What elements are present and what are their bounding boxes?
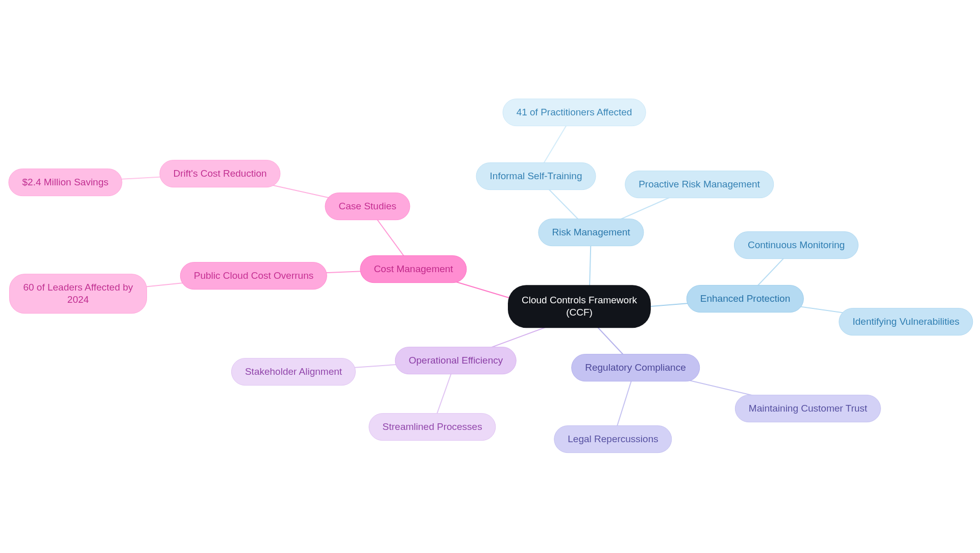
proactive-label: Proactive Risk Management xyxy=(639,179,760,189)
stakeholder-label: Stakeholder Alignment xyxy=(245,366,342,377)
node-risk-management[interactable]: Risk Management xyxy=(538,219,644,246)
node-cost-management[interactable]: Cost Management xyxy=(360,255,467,283)
ops-label: Operational Efficiency xyxy=(409,355,503,366)
node-streamlined[interactable]: Streamlined Processes xyxy=(369,413,496,441)
legal-label: Legal Repercussions xyxy=(568,434,658,444)
node-overruns[interactable]: Public Cloud Cost Overruns xyxy=(180,262,327,290)
selftrain-label: Informal Self-Training xyxy=(490,171,582,181)
trust-label: Maintaining Customer Trust xyxy=(749,403,867,414)
streamlined-label: Streamlined Processes xyxy=(382,421,482,432)
leaders-label: 60 of Leaders Affected by 2024 xyxy=(23,282,133,305)
vuln-label: Identifying Vulnerabilities xyxy=(852,316,959,327)
node-vuln[interactable]: Identifying Vulnerabilities xyxy=(839,308,973,335)
protect-label: Enhanced Protection xyxy=(700,293,790,304)
node-drift-cost[interactable]: Drift's Cost Reduction xyxy=(159,160,280,187)
node-trust[interactable]: Maintaining Customer Trust xyxy=(735,395,881,422)
node-enhanced-protection[interactable]: Enhanced Protection xyxy=(687,285,804,312)
overruns-label: Public Cloud Cost Overruns xyxy=(194,270,313,281)
monitor-label: Continuous Monitoring xyxy=(748,239,845,250)
node-operational-efficiency[interactable]: Operational Efficiency xyxy=(395,347,517,374)
savings-label: $2.4 Million Savings xyxy=(22,177,109,187)
cost-label: Cost Management xyxy=(374,263,453,274)
practitioners-label: 41 of Practitioners Affected xyxy=(517,107,632,117)
node-regulatory-compliance[interactable]: Regulatory Compliance xyxy=(571,354,700,381)
node-proactive[interactable]: Proactive Risk Management xyxy=(625,171,774,198)
node-savings[interactable]: $2.4 Million Savings xyxy=(9,169,122,196)
node-practitioners[interactable]: 41 of Practitioners Affected xyxy=(503,99,646,126)
reg-label: Regulatory Compliance xyxy=(585,362,686,373)
node-selftrain[interactable]: Informal Self-Training xyxy=(476,162,596,190)
case-studies-label: Case Studies xyxy=(338,201,396,211)
drift-label: Drift's Cost Reduction xyxy=(173,168,266,179)
node-case-studies[interactable]: Case Studies xyxy=(325,193,410,220)
risk-label: Risk Management xyxy=(552,227,630,237)
node-leaders[interactable]: 60 of Leaders Affected by 2024 xyxy=(9,274,147,314)
mindmap-canvas: Cloud Controls Framework (CCF) Cost Mana… xyxy=(0,0,980,553)
root-label: Cloud Controls Framework (CCF) xyxy=(522,295,637,318)
root-node[interactable]: Cloud Controls Framework (CCF) xyxy=(508,285,651,328)
node-monitor[interactable]: Continuous Monitoring xyxy=(734,231,859,259)
edge-layer xyxy=(0,0,980,553)
node-stakeholder[interactable]: Stakeholder Alignment xyxy=(231,358,356,386)
node-legal[interactable]: Legal Repercussions xyxy=(554,425,672,453)
